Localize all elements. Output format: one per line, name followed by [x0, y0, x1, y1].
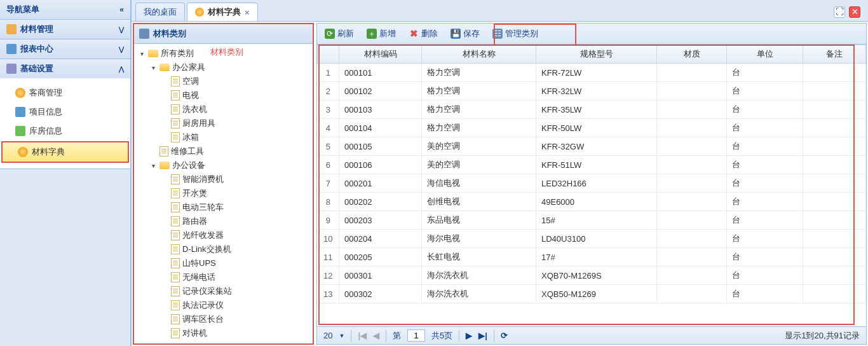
- cell-note[interactable]: [803, 266, 866, 285]
- col-unit[interactable]: 单位: [727, 45, 803, 64]
- cell-unit[interactable]: 台: [727, 100, 803, 119]
- cell-note[interactable]: [803, 211, 866, 230]
- cell-note[interactable]: [803, 156, 866, 174]
- tree-body[interactable]: 材料类别 ▾所有类别▾办公家具•空调•电视•洗衣机•厨房用具•冰箱•维修工具▾办…: [134, 44, 313, 343]
- cell-spec[interactable]: XQB50-M1269: [536, 285, 657, 303]
- prev-page-button[interactable]: ◀: [373, 331, 379, 340]
- cell-name[interactable]: 海尔电视: [422, 230, 536, 248]
- cell-code[interactable]: 000201: [339, 174, 422, 193]
- tree-node[interactable]: •开水煲: [134, 186, 313, 200]
- table-row[interactable]: 6000106美的空调KFR-51LW台: [318, 156, 866, 174]
- tree-node[interactable]: •电动三轮车: [134, 200, 313, 214]
- cell-n[interactable]: 11: [318, 248, 339, 266]
- tab-material-dict[interactable]: 材料字典 ×: [187, 3, 258, 21]
- page-size[interactable]: 20: [323, 331, 332, 340]
- cell-spec[interactable]: KFR-72LW: [536, 64, 657, 82]
- col-note[interactable]: 备注: [803, 45, 866, 64]
- cell-mat[interactable]: [657, 248, 727, 266]
- cell-n[interactable]: 5: [318, 137, 339, 156]
- cell-n[interactable]: 12: [318, 266, 339, 285]
- cell-unit[interactable]: 台: [727, 193, 803, 211]
- table-row[interactable]: 2000102格力空调KFR-32LW台: [318, 82, 866, 100]
- cell-spec[interactable]: KFR-51LW: [536, 156, 657, 174]
- menu-item-vendor[interactable]: 客商管理: [0, 83, 130, 102]
- cell-unit[interactable]: 台: [727, 137, 803, 156]
- first-page-button[interactable]: |◀: [358, 331, 367, 340]
- table-row[interactable]: 11000205长虹电视17#台: [318, 248, 866, 266]
- menu-item-material-dict[interactable]: 材料字典: [1, 141, 129, 163]
- cell-unit[interactable]: 台: [727, 119, 803, 137]
- table-row[interactable]: 3000103格力空调KFR-35LW台: [318, 100, 866, 119]
- tree-node[interactable]: •空调: [134, 74, 313, 88]
- table-row[interactable]: 4000104格力空调KFR-50LW台: [318, 119, 866, 137]
- close-all-icon[interactable]: ✕: [849, 6, 860, 18]
- cell-name[interactable]: 海尔洗衣机: [422, 266, 536, 285]
- cell-spec[interactable]: 15#: [536, 211, 657, 230]
- cell-code[interactable]: 000204: [339, 230, 422, 248]
- table-row[interactable]: 5000105美的空调KFR-32GW台: [318, 137, 866, 156]
- tree-node[interactable]: ▾办公设备: [134, 158, 313, 172]
- cell-code[interactable]: 000205: [339, 248, 422, 266]
- page-input[interactable]: [407, 329, 425, 342]
- delete-button[interactable]: ✖删除: [405, 26, 442, 41]
- cell-unit[interactable]: 台: [727, 82, 803, 100]
- table-row[interactable]: 12000301海尔洗衣机XQB70-M1269S台: [318, 266, 866, 285]
- cell-spec[interactable]: KFR-50LW: [536, 119, 657, 137]
- cell-unit[interactable]: 台: [727, 156, 803, 174]
- last-page-button[interactable]: ▶|: [478, 331, 487, 340]
- cell-spec[interactable]: LED32H166: [536, 174, 657, 193]
- cell-note[interactable]: [803, 230, 866, 248]
- cell-note[interactable]: [803, 248, 866, 266]
- tree-node[interactable]: •冰箱: [134, 130, 313, 144]
- cell-mat[interactable]: [657, 230, 727, 248]
- cell-spec[interactable]: KFR-35LW: [536, 100, 657, 119]
- cell-n[interactable]: 8: [318, 193, 339, 211]
- cell-name[interactable]: 海信电视: [422, 174, 536, 193]
- tree-node[interactable]: •执法记录仪: [134, 298, 313, 312]
- tree-node[interactable]: •电视: [134, 88, 313, 102]
- table-row[interactable]: 7000201海信电视LED32H166台: [318, 174, 866, 193]
- tab-close-icon[interactable]: ×: [245, 8, 250, 17]
- cell-mat[interactable]: [657, 137, 727, 156]
- cell-code[interactable]: 000103: [339, 100, 422, 119]
- cell-mat[interactable]: [657, 211, 727, 230]
- refresh-button[interactable]: ⟳刷新: [321, 26, 358, 41]
- cell-name[interactable]: 长虹电视: [422, 248, 536, 266]
- table-wrap[interactable]: 材料编码 材料名称 规格型号 材质 单位 备注 1000101格力空调KFR-7…: [317, 45, 866, 326]
- cell-n[interactable]: 4: [318, 119, 339, 137]
- accordion-header-reports[interactable]: 报表中心 ⋁: [0, 39, 130, 59]
- manage-category-button[interactable]: ☷管理类别: [489, 26, 542, 41]
- tree-toggle-icon[interactable]: ▾: [149, 162, 157, 169]
- accordion-header-materials[interactable]: 材料管理 ⋁: [0, 20, 130, 39]
- tree-node[interactable]: •厨房用具: [134, 116, 313, 130]
- cell-mat[interactable]: [657, 82, 727, 100]
- cell-name[interactable]: 美的空调: [422, 137, 536, 156]
- cell-note[interactable]: [803, 100, 866, 119]
- tree-node[interactable]: •D-Link交换机: [134, 242, 313, 256]
- cell-unit[interactable]: 台: [727, 174, 803, 193]
- cell-unit[interactable]: 台: [727, 64, 803, 82]
- cell-spec[interactable]: 17#: [536, 248, 657, 266]
- cell-n[interactable]: 6: [318, 156, 339, 174]
- cell-n[interactable]: 1: [318, 64, 339, 82]
- cell-unit[interactable]: 台: [727, 211, 803, 230]
- save-button[interactable]: 💾保存: [447, 26, 484, 41]
- cell-n[interactable]: 10: [318, 230, 339, 248]
- cell-unit[interactable]: 台: [727, 230, 803, 248]
- cell-name[interactable]: 格力空调: [422, 100, 536, 119]
- table-row[interactable]: 9000203东品电视15#台: [318, 211, 866, 230]
- col-material[interactable]: 材质: [657, 45, 727, 64]
- cell-n[interactable]: 2: [318, 82, 339, 100]
- cell-note[interactable]: [803, 137, 866, 156]
- cell-code[interactable]: 000102: [339, 82, 422, 100]
- table-row[interactable]: 8000202创维电视49E6000台: [318, 193, 866, 211]
- cell-code[interactable]: 000202: [339, 193, 422, 211]
- table-row[interactable]: 1000101格力空调KFR-72LW台: [318, 64, 866, 82]
- tree-toggle-icon[interactable]: ▾: [149, 64, 157, 71]
- cell-code[interactable]: 000203: [339, 211, 422, 230]
- sidebar-collapse-icon[interactable]: «: [119, 5, 124, 14]
- cell-spec[interactable]: 49E6000: [536, 193, 657, 211]
- tree-node[interactable]: •路由器: [134, 214, 313, 228]
- col-rownum[interactable]: [318, 45, 339, 64]
- cell-mat[interactable]: [657, 174, 727, 193]
